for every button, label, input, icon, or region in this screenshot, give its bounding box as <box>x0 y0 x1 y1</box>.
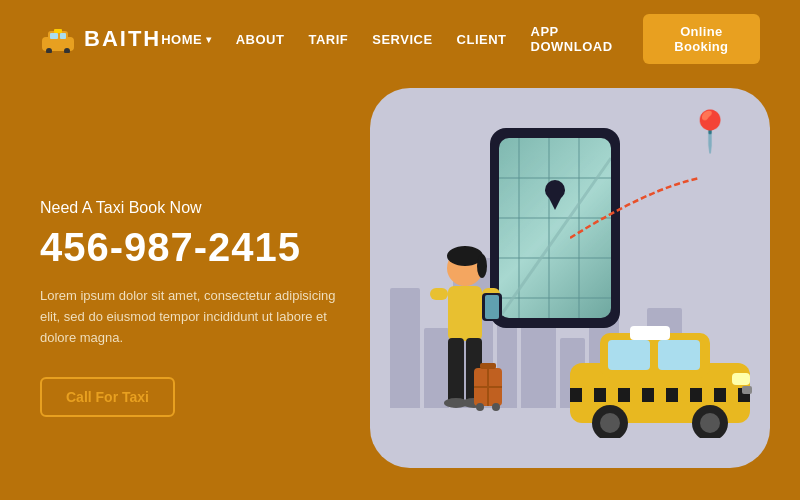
svg-point-50 <box>600 413 620 433</box>
svg-rect-46 <box>690 388 702 402</box>
svg-rect-25 <box>448 338 464 403</box>
svg-rect-4 <box>50 33 58 39</box>
hero-illustration: 📍 <box>370 88 770 488</box>
svg-rect-54 <box>742 386 752 394</box>
nav-service[interactable]: SERVICE <box>372 32 432 47</box>
hero-subtitle: Need A Taxi Book Now <box>40 199 400 217</box>
svg-rect-47 <box>714 388 726 402</box>
call-for-taxi-button[interactable]: Call For Taxi <box>40 377 175 417</box>
hero-section: Need A Taxi Book Now 456-987-2415 Lorem … <box>0 78 800 500</box>
connection-line-svg <box>570 168 720 248</box>
nav-tarif[interactable]: TARIF <box>308 32 348 47</box>
svg-point-33 <box>476 403 484 411</box>
header: BAITH HOME ABOUT TARIF SERVICE CLIENT AP… <box>0 0 800 78</box>
svg-rect-44 <box>642 388 654 402</box>
svg-rect-43 <box>618 388 630 402</box>
taxi-logo-icon <box>40 27 76 51</box>
nav-home[interactable]: HOME <box>161 32 212 47</box>
svg-rect-38 <box>608 340 650 370</box>
nav-app-download[interactable]: APP DOWNLOAD <box>531 24 619 54</box>
svg-rect-24 <box>485 295 499 319</box>
hero-phone: 456-987-2415 <box>40 225 400 270</box>
svg-marker-16 <box>545 190 565 210</box>
nav: HOME ABOUT TARIF SERVICE CLIENT APP DOWN… <box>161 14 760 64</box>
svg-rect-39 <box>658 340 700 370</box>
svg-point-19 <box>477 254 487 278</box>
illustration-background: 📍 <box>370 88 770 468</box>
svg-rect-41 <box>570 388 582 402</box>
svg-rect-37 <box>630 326 670 340</box>
online-booking-button[interactable]: Online Booking <box>643 14 760 64</box>
svg-rect-53 <box>732 373 750 385</box>
svg-rect-42 <box>594 388 606 402</box>
location-pin-icon: 📍 <box>685 108 735 155</box>
svg-rect-6 <box>54 29 62 33</box>
svg-point-52 <box>700 413 720 433</box>
hero-description: Lorem ipsum dolor sit amet, consectetur … <box>40 286 340 348</box>
nav-about[interactable]: ABOUT <box>236 32 285 47</box>
svg-point-34 <box>492 403 500 411</box>
svg-rect-5 <box>60 33 66 39</box>
taxi-car-svg <box>560 308 760 438</box>
logo: BAITH <box>40 26 161 52</box>
hero-content: Need A Taxi Book Now 456-987-2415 Lorem … <box>40 199 400 416</box>
svg-rect-21 <box>430 288 448 300</box>
nav-client[interactable]: CLIENT <box>457 32 507 47</box>
logo-text: BAITH <box>84 26 161 52</box>
person-svg <box>420 238 510 438</box>
svg-rect-20 <box>448 286 482 341</box>
svg-rect-45 <box>666 388 678 402</box>
